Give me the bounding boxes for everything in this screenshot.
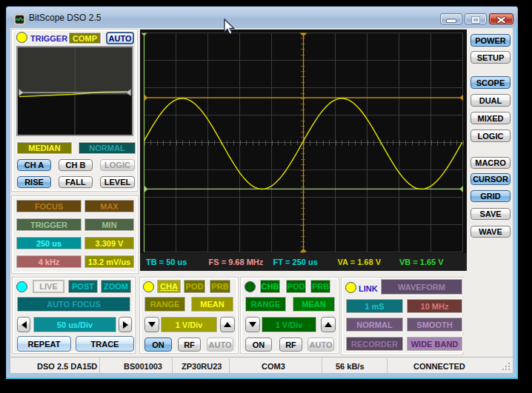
svg-text:FS = 9.68 MHz: FS = 9.68 MHz — [209, 258, 264, 266]
svg-text:FT = 250 us: FT = 250 us — [273, 258, 318, 266]
svg-text:VA = 1.68 V: VA = 1.68 V — [338, 258, 382, 266]
svg-text:TB = 50 us: TB = 50 us — [146, 258, 187, 266]
svg-text:VB = 1.65 V: VB = 1.65 V — [399, 258, 444, 266]
